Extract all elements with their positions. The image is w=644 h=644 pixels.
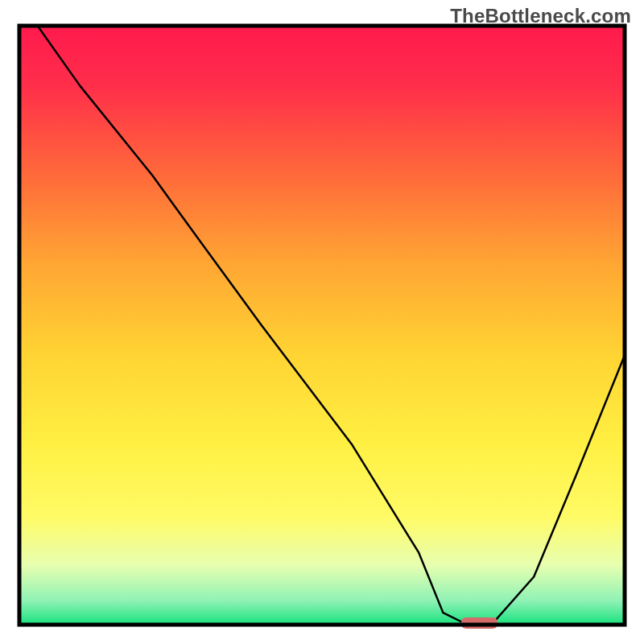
watermark-text: TheBottleneck.com (450, 5, 631, 27)
bottleneck-chart: TheBottleneck.com (0, 0, 644, 644)
chart-canvas (0, 0, 644, 644)
plot-background (19, 26, 625, 625)
